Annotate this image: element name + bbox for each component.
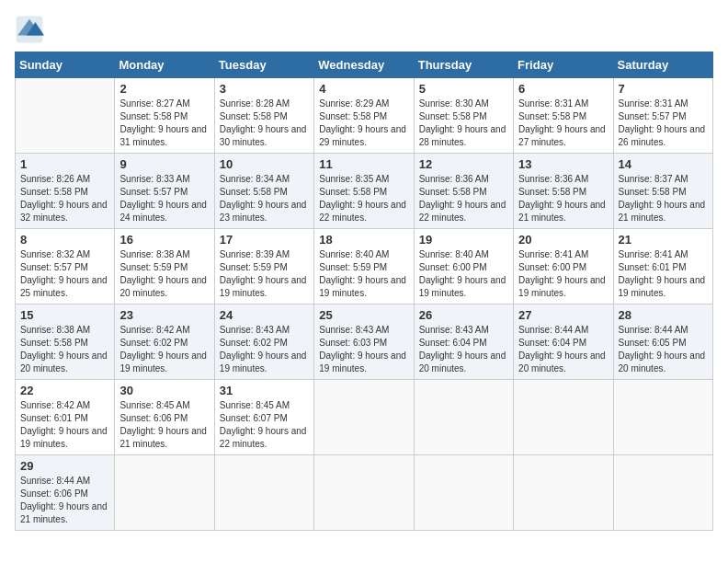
header-sunday: Sunday bbox=[16, 52, 115, 78]
day-info: Sunrise: 8:40 AMSunset: 6:00 PMDaylight:… bbox=[419, 248, 508, 300]
day-number: 12 bbox=[419, 157, 508, 171]
day-number: 7 bbox=[619, 82, 708, 96]
day-number: 3 bbox=[220, 82, 309, 96]
calendar-cell: 20Sunrise: 8:41 AMSunset: 6:00 PMDayligh… bbox=[514, 229, 613, 304]
day-info: Sunrise: 8:43 AMSunset: 6:04 PMDaylight:… bbox=[419, 324, 508, 375]
day-info: Sunrise: 8:31 AMSunset: 5:58 PMDaylight:… bbox=[518, 98, 608, 149]
day-info: Sunrise: 8:28 AMSunset: 5:58 PMDaylight:… bbox=[220, 98, 309, 149]
day-info: Sunrise: 8:36 AMSunset: 5:58 PMDaylight:… bbox=[518, 173, 608, 224]
logo bbox=[15, 15, 48, 44]
calendar-week-row: 8Sunrise: 8:32 AMSunset: 5:57 PMDaylight… bbox=[16, 229, 713, 304]
page-header bbox=[15, 15, 713, 44]
calendar-cell: 25Sunrise: 8:43 AMSunset: 6:03 PMDayligh… bbox=[314, 304, 414, 380]
day-info: Sunrise: 8:29 AMSunset: 5:58 PMDaylight:… bbox=[319, 98, 408, 149]
calendar-cell: 1Sunrise: 8:26 AMSunset: 5:58 PMDaylight… bbox=[16, 154, 115, 229]
calendar-cell: 28Sunrise: 8:44 AMSunset: 6:05 PMDayligh… bbox=[613, 304, 712, 380]
calendar-cell bbox=[214, 455, 313, 531]
calendar-cell: 15Sunrise: 8:38 AMSunset: 5:58 PMDayligh… bbox=[16, 304, 115, 380]
calendar-cell bbox=[16, 78, 115, 154]
day-number: 31 bbox=[220, 384, 309, 397]
calendar-cell: 9Sunrise: 8:33 AMSunset: 5:57 PMDaylight… bbox=[115, 154, 214, 229]
day-number: 5 bbox=[419, 82, 508, 96]
day-info: Sunrise: 8:41 AMSunset: 6:01 PMDaylight:… bbox=[619, 248, 708, 300]
day-info: Sunrise: 8:41 AMSunset: 6:00 PMDaylight:… bbox=[518, 248, 608, 300]
day-info: Sunrise: 8:40 AMSunset: 5:59 PMDaylight:… bbox=[319, 248, 408, 300]
day-info: Sunrise: 8:43 AMSunset: 6:02 PMDaylight:… bbox=[220, 324, 309, 375]
calendar-week-row: 29Sunrise: 8:44 AMSunset: 6:06 PMDayligh… bbox=[16, 455, 713, 531]
day-number: 20 bbox=[518, 233, 608, 247]
calendar-cell: 22Sunrise: 8:42 AMSunset: 6:01 PMDayligh… bbox=[16, 380, 115, 455]
day-info: Sunrise: 8:44 AMSunset: 6:05 PMDaylight:… bbox=[619, 324, 708, 375]
day-info: Sunrise: 8:37 AMSunset: 5:58 PMDaylight:… bbox=[619, 173, 708, 224]
calendar-week-row: 2Sunrise: 8:27 AMSunset: 5:58 PMDaylight… bbox=[16, 78, 713, 154]
day-number: 13 bbox=[518, 157, 608, 171]
calendar-cell: 26Sunrise: 8:43 AMSunset: 6:04 PMDayligh… bbox=[414, 304, 513, 380]
day-info: Sunrise: 8:31 AMSunset: 5:57 PMDaylight:… bbox=[619, 98, 708, 149]
day-number: 19 bbox=[419, 233, 508, 247]
day-info: Sunrise: 8:36 AMSunset: 5:58 PMDaylight:… bbox=[419, 173, 508, 224]
calendar-header-row: SundayMondayTuesdayWednesdayThursdayFrid… bbox=[16, 52, 713, 78]
calendar-cell: 21Sunrise: 8:41 AMSunset: 6:01 PMDayligh… bbox=[613, 229, 712, 304]
day-info: Sunrise: 8:45 AMSunset: 6:06 PMDaylight:… bbox=[119, 399, 209, 451]
day-info: Sunrise: 8:26 AMSunset: 5:58 PMDaylight:… bbox=[20, 173, 109, 224]
calendar-cell: 19Sunrise: 8:40 AMSunset: 6:00 PMDayligh… bbox=[414, 229, 513, 304]
day-number: 16 bbox=[119, 233, 209, 247]
day-number: 1 bbox=[20, 157, 109, 171]
day-info: Sunrise: 8:44 AMSunset: 6:04 PMDaylight:… bbox=[518, 324, 608, 375]
header-tuesday: Tuesday bbox=[214, 52, 313, 78]
calendar-cell: 2Sunrise: 8:27 AMSunset: 5:58 PMDaylight… bbox=[115, 78, 214, 154]
day-number: 9 bbox=[119, 157, 209, 171]
calendar-cell: 29Sunrise: 8:44 AMSunset: 6:06 PMDayligh… bbox=[16, 455, 115, 531]
day-number: 22 bbox=[20, 384, 109, 397]
calendar-cell: 5Sunrise: 8:30 AMSunset: 5:58 PMDaylight… bbox=[414, 78, 513, 154]
calendar-cell: 3Sunrise: 8:28 AMSunset: 5:58 PMDaylight… bbox=[214, 78, 313, 154]
calendar-cell: 27Sunrise: 8:44 AMSunset: 6:04 PMDayligh… bbox=[514, 304, 613, 380]
calendar-cell: 13Sunrise: 8:36 AMSunset: 5:58 PMDayligh… bbox=[514, 154, 613, 229]
calendar-cell: 31Sunrise: 8:45 AMSunset: 6:07 PMDayligh… bbox=[214, 380, 313, 455]
calendar-cell: 16Sunrise: 8:38 AMSunset: 5:59 PMDayligh… bbox=[115, 229, 214, 304]
day-info: Sunrise: 8:45 AMSunset: 6:07 PMDaylight:… bbox=[220, 399, 309, 451]
calendar-week-row: 22Sunrise: 8:42 AMSunset: 6:01 PMDayligh… bbox=[16, 380, 713, 455]
day-info: Sunrise: 8:32 AMSunset: 5:57 PMDaylight:… bbox=[20, 248, 109, 300]
day-number: 24 bbox=[220, 308, 309, 322]
calendar-cell: 17Sunrise: 8:39 AMSunset: 5:59 PMDayligh… bbox=[214, 229, 313, 304]
day-number: 8 bbox=[20, 233, 109, 247]
calendar-cell bbox=[414, 455, 513, 531]
calendar-week-row: 1Sunrise: 8:26 AMSunset: 5:58 PMDaylight… bbox=[16, 154, 713, 229]
calendar-cell: 10Sunrise: 8:34 AMSunset: 5:58 PMDayligh… bbox=[214, 154, 313, 229]
day-info: Sunrise: 8:34 AMSunset: 5:58 PMDaylight:… bbox=[220, 173, 309, 224]
day-info: Sunrise: 8:38 AMSunset: 5:58 PMDaylight:… bbox=[20, 324, 109, 375]
day-info: Sunrise: 8:39 AMSunset: 5:59 PMDaylight:… bbox=[220, 248, 309, 300]
calendar-cell: 12Sunrise: 8:36 AMSunset: 5:58 PMDayligh… bbox=[414, 154, 513, 229]
day-number: 15 bbox=[20, 308, 109, 322]
day-number: 17 bbox=[220, 233, 309, 247]
day-info: Sunrise: 8:38 AMSunset: 5:59 PMDaylight:… bbox=[119, 248, 209, 300]
calendar-cell: 7Sunrise: 8:31 AMSunset: 5:57 PMDaylight… bbox=[613, 78, 712, 154]
header-monday: Monday bbox=[115, 52, 214, 78]
header-wednesday: Wednesday bbox=[314, 52, 414, 78]
calendar-cell: 14Sunrise: 8:37 AMSunset: 5:58 PMDayligh… bbox=[613, 154, 712, 229]
day-number: 11 bbox=[319, 157, 408, 171]
day-info: Sunrise: 8:33 AMSunset: 5:57 PMDaylight:… bbox=[119, 173, 209, 224]
header-friday: Friday bbox=[514, 52, 613, 78]
day-info: Sunrise: 8:27 AMSunset: 5:58 PMDaylight:… bbox=[119, 98, 209, 149]
calendar-cell: 11Sunrise: 8:35 AMSunset: 5:58 PMDayligh… bbox=[314, 154, 414, 229]
day-number: 27 bbox=[518, 308, 608, 322]
day-number: 6 bbox=[518, 82, 608, 96]
day-number: 21 bbox=[619, 233, 708, 247]
day-info: Sunrise: 8:44 AMSunset: 6:06 PMDaylight:… bbox=[20, 475, 109, 526]
day-info: Sunrise: 8:30 AMSunset: 5:58 PMDaylight:… bbox=[419, 98, 508, 149]
calendar-cell: 4Sunrise: 8:29 AMSunset: 5:58 PMDaylight… bbox=[314, 78, 414, 154]
calendar-cell: 23Sunrise: 8:42 AMSunset: 6:02 PMDayligh… bbox=[115, 304, 214, 380]
calendar-week-row: 15Sunrise: 8:38 AMSunset: 5:58 PMDayligh… bbox=[16, 304, 713, 380]
calendar-cell bbox=[514, 380, 613, 455]
day-number: 25 bbox=[319, 308, 408, 322]
logo-icon bbox=[15, 15, 44, 44]
day-info: Sunrise: 8:42 AMSunset: 6:01 PMDaylight:… bbox=[20, 399, 109, 451]
calendar-cell bbox=[613, 380, 712, 455]
day-number: 30 bbox=[119, 384, 209, 397]
day-number: 2 bbox=[119, 82, 209, 96]
calendar-cell bbox=[613, 455, 712, 531]
header-saturday: Saturday bbox=[613, 52, 712, 78]
day-number: 28 bbox=[619, 308, 708, 322]
